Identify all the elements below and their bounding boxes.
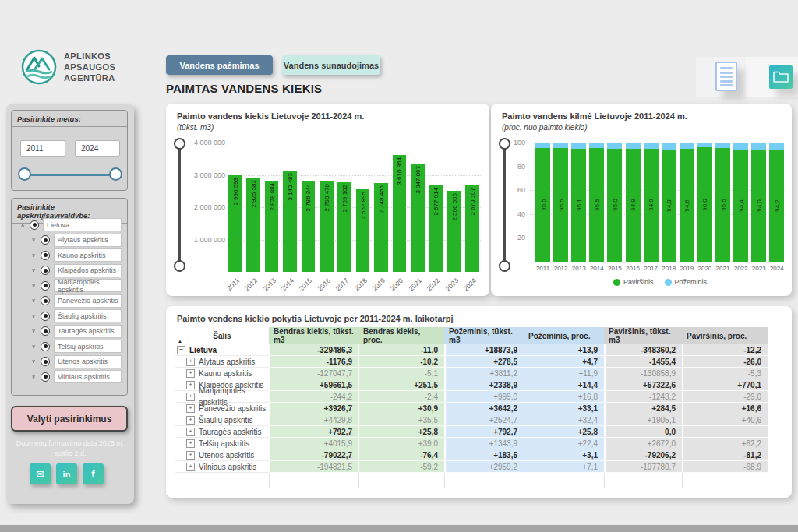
year-range-slider[interactable] — [18, 167, 122, 182]
chart2-zoom-slider[interactable] — [498, 138, 511, 272]
region-name[interactable]: Klaipėdos apskritis — [54, 264, 122, 277]
chevron-down-icon[interactable]: ∨ — [30, 313, 37, 319]
radio-icon[interactable] — [41, 266, 50, 275]
expand-icon[interactable]: + — [186, 369, 195, 378]
column-header-alis[interactable]: Šalis▲ — [175, 327, 269, 344]
value-cell: +11,9 — [524, 368, 604, 379]
chevron-down-icon[interactable]: ∨ — [30, 344, 37, 350]
radio-icon[interactable] — [41, 312, 50, 321]
chevron-down-icon[interactable]: ∨ — [30, 358, 37, 365]
table-row-lietuva[interactable]: −Lietuva-329486,3-11,0+18873,9+13,9-3483… — [175, 344, 768, 356]
column-header-bendras-kiekis-t-kst-m3[interactable]: Bendras kiekis, tūkst. m3 — [269, 327, 358, 344]
expand-icon[interactable]: + — [186, 416, 195, 425]
region-item-kauno-apskritis[interactable]: ∨Kauno apskritis — [12, 248, 127, 263]
region-name[interactable]: Marijampolės apskritis — [54, 279, 122, 292]
region-name[interactable]: Vilniaus apskritis — [54, 370, 122, 383]
region-name[interactable]: Kauno apskritis — [54, 248, 122, 262]
empty-cell — [358, 473, 444, 488]
chevron-down-icon[interactable]: ∨ — [30, 283, 37, 289]
region-item-tel-i-apskritis[interactable]: ∨Telšių apskritis — [12, 339, 127, 354]
table-row-iauli-apskritis[interactable]: +Šiaulių apskritis+4429,8+35,5+2524,7+32… — [175, 414, 768, 426]
year-to-input[interactable]: 2024 — [75, 140, 120, 157]
chevron-up-icon[interactable]: ∧ — [19, 222, 26, 228]
table-row-tel-i-apskritis[interactable]: +Telšių apskritis+4015,9+39,0+1343,9+22,… — [175, 438, 768, 449]
column-header-bendras-kiekis-proc[interactable]: Bendras kiekis, proc. — [358, 327, 444, 344]
table-row-utenos-apskritis[interactable]: +Utenos apskritis-79022,7-76,4+183,5+3,1… — [175, 449, 768, 461]
radio-icon[interactable] — [41, 326, 50, 336]
region-name[interactable]: Tauragės apskritis — [54, 325, 122, 338]
region-item-iauli-apskritis[interactable]: ∨Šiaulių apskritis — [12, 308, 127, 324]
folder-icon[interactable] — [769, 65, 793, 89]
region-item-klaip-dos-apskritis[interactable]: ∨Klaipėdos apskritis — [12, 263, 127, 279]
table-row-vilniaus-apskritis[interactable]: +Vilniaus apskritis-194821,5-59,2+2959,2… — [175, 461, 768, 473]
radio-icon[interactable] — [41, 357, 50, 366]
radio-icon[interactable] — [41, 372, 50, 382]
slider-handle-bottom[interactable] — [499, 260, 510, 272]
chevron-down-icon[interactable]: ∨ — [30, 252, 37, 259]
facebook-icon[interactable]: f — [83, 463, 104, 484]
expand-icon[interactable]: + — [186, 404, 195, 413]
email-icon[interactable]: ✉ — [30, 463, 51, 484]
tab-vandens-sunaudojimas[interactable]: Vandens sunaudojimas — [282, 55, 380, 75]
table-row-taurag-s-apskritis[interactable]: +Tauragės apskritis+792,7+25,8+792,7+25,… — [175, 426, 768, 438]
table-row-alytaus-apskritis[interactable]: +Alytaus apskritis-1176,9-10,2+278,5+4,7… — [175, 356, 768, 368]
column-header-pavir-inis-proc[interactable]: Paviršinis, proc. — [682, 327, 768, 344]
radio-icon[interactable] — [41, 281, 50, 291]
chevron-down-icon[interactable]: ∨ — [30, 374, 37, 380]
chevron-down-icon[interactable]: ∨ — [30, 298, 37, 304]
column-header-po-eminis-proc[interactable]: Požeminis, proc. — [524, 327, 604, 344]
tab-vandens-paemimas[interactable]: Vandens paėmimas — [166, 55, 273, 75]
expand-icon[interactable]: + — [186, 393, 195, 401]
table-row-marijampol-s-apskritis[interactable]: +Marijampolės apskritis-244,2-2,4+999,0+… — [175, 391, 768, 403]
region-name[interactable]: Alytaus apskritis — [54, 234, 122, 247]
region-item-taurag-s-apskritis[interactable]: ∨Tauragės apskritis — [12, 324, 127, 340]
region-item-alytaus-apskritis[interactable]: ∨Alytaus apskritis — [12, 233, 127, 248]
region-item-panev-io-apskritis[interactable]: ∨Panevėžio apskritis — [12, 294, 127, 309]
radio-icon[interactable] — [30, 220, 39, 230]
region-name[interactable]: Lietuva — [43, 218, 122, 231]
expand-icon[interactable]: + — [186, 428, 195, 436]
clear-selections-button[interactable]: Valyti pasirinkimus — [11, 406, 128, 432]
region-name[interactable]: Utenos apskritis — [54, 355, 122, 368]
legend-item-pavir-inis[interactable]: Paviršinis — [613, 278, 654, 286]
chevron-down-icon[interactable]: ∨ — [30, 237, 37, 243]
year-from-input[interactable]: 2011 — [20, 140, 65, 157]
x-tick-label: 2019 — [676, 265, 697, 272]
column-header-label: Šalis — [213, 332, 231, 340]
slider-handle-right[interactable] — [109, 167, 122, 181]
region-item-utenos-apskritis[interactable]: ∨Utenos apskritis — [12, 354, 127, 370]
value-cell: 0,0 — [604, 426, 682, 438]
radio-icon[interactable] — [41, 251, 50, 260]
expand-icon[interactable]: + — [186, 463, 195, 471]
chart1-zoom-slider[interactable] — [173, 138, 186, 272]
slider-handle-left[interactable] — [18, 167, 31, 181]
region-name[interactable]: Panevėžio apskritis — [54, 294, 122, 308]
document-icon[interactable] — [715, 62, 737, 91]
slider-handle-top[interactable] — [174, 138, 185, 150]
region-name[interactable]: Telšių apskritis — [54, 340, 122, 353]
radio-icon[interactable] — [41, 235, 50, 245]
region-item-vilniaus-apskritis[interactable]: ∨Vilniaus apskritis — [12, 369, 127, 385]
radio-icon[interactable] — [41, 296, 50, 305]
radio-icon[interactable] — [41, 342, 50, 351]
legend-item-po-eminis[interactable]: Požeminis — [665, 278, 708, 286]
chevron-down-icon[interactable]: ∨ — [30, 328, 37, 334]
table-row-kauno-apskritis[interactable]: +Kauno apskritis-127047,7-5,1+3811,2+11,… — [175, 368, 768, 379]
column-header-po-eminis-t-kst-m3[interactable]: Požeminis, tūkst. m3 — [444, 327, 524, 344]
x-tick-label: 2012 — [551, 265, 571, 272]
slider-handle-bottom[interactable] — [174, 260, 185, 272]
region-item-lietuva[interactable]: ∧Lietuva — [12, 217, 127, 233]
expand-icon[interactable]: + — [186, 381, 195, 389]
chevron-down-icon[interactable]: ∨ — [30, 267, 37, 273]
column-header-pavir-inis-t-kst-m3[interactable]: Paviršinis, tūkst. m3 — [604, 327, 682, 344]
expand-icon[interactable]: + — [186, 358, 195, 366]
expand-icon[interactable]: + — [186, 451, 195, 460]
region-name[interactable]: Šiaulių apskritis — [54, 309, 122, 322]
expand-icon[interactable]: + — [186, 439, 195, 448]
linkedin-icon[interactable]: in — [56, 463, 77, 484]
social-links: ✉ in f — [30, 463, 104, 484]
region-item-marijampol-s-apskritis[interactable]: ∨Marijampolės apskritis — [12, 278, 127, 294]
value-cell: -194821,5 — [269, 461, 358, 473]
collapse-icon[interactable]: − — [177, 346, 185, 354]
table-row-panev-io-apskritis[interactable]: +Panevėžio apskritis+3926,7+30,9+3642,2+… — [175, 403, 768, 414]
